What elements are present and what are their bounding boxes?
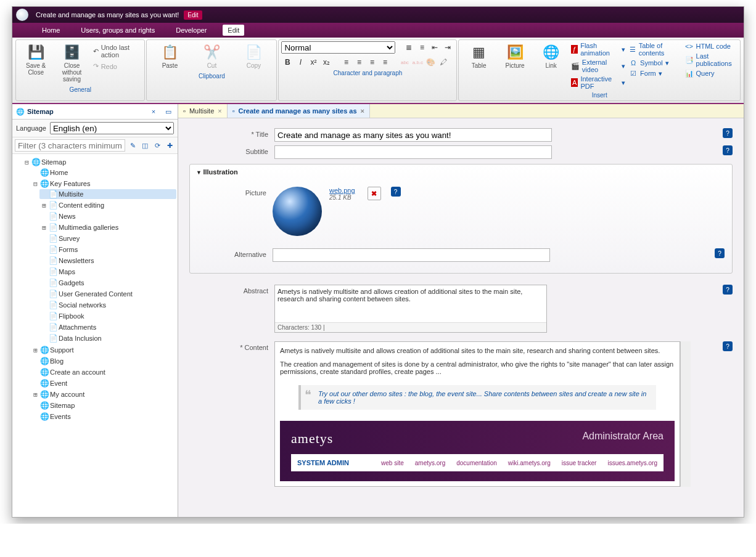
help-icon[interactable]: ? [723, 145, 733, 155]
help-icon[interactable]: ? [723, 285, 733, 295]
tree-node[interactable]: 🌐Events [31, 412, 176, 421]
syslink[interactable]: ametys.org [415, 460, 445, 466]
close-without-saving-button[interactable]: 🗄️ Close without saving [54, 41, 89, 85]
indent-icon[interactable]: ⇥ [442, 41, 454, 54]
content-paragraph[interactable]: The creation and management of sites is … [280, 360, 675, 375]
align-center-icon[interactable]: ≡ [353, 56, 365, 68]
subscript-icon[interactable]: x₂ [320, 56, 332, 68]
highlight-icon[interactable]: 🖍 [437, 56, 450, 68]
expand-icon[interactable]: ⊞ [32, 346, 39, 354]
align-left-icon[interactable]: ≡ [340, 56, 352, 68]
tree-node[interactable]: 📄Newsletters [39, 256, 176, 266]
align-justify-icon[interactable]: ≡ [379, 56, 391, 68]
tree-node[interactable]: 📄News [39, 211, 176, 221]
bold-icon[interactable]: B [281, 56, 294, 68]
undo-button[interactable]: ↶Undo last action [91, 43, 142, 60]
abc-icon[interactable]: abc [398, 56, 411, 68]
italic-icon[interactable]: I [294, 56, 306, 68]
sitemap-tree[interactable]: ⊟🌐Sitemap🌐Home⊟🌐Key Features📄Multisite⊞📄… [12, 154, 178, 517]
syslink[interactable]: issue tracker [562, 460, 597, 466]
abstract-text[interactable]: Ametys is natively multisite and allows … [275, 285, 546, 322]
filter-clear-icon[interactable]: ✎ [128, 140, 138, 151]
content-scrollbar[interactable] [680, 341, 691, 487]
expand-icon[interactable]: ⊞ [32, 391, 39, 399]
tree-node[interactable]: 📄Flipbook [39, 311, 176, 321]
save-close-button[interactable]: 💾 Save & Close [18, 41, 53, 78]
tree-node[interactable]: ⊞📄Multimedia galleries [39, 222, 176, 232]
help-icon[interactable]: ? [391, 187, 401, 197]
syslink[interactable]: web site [381, 460, 404, 466]
abc2-icon[interactable]: a.b.c [411, 56, 424, 68]
insert-video[interactable]: 🎬External video ▾ [570, 58, 627, 74]
tree-node[interactable]: ⊟🌐Key Features [31, 179, 176, 189]
insert-picture-button[interactable]: 🖼️Picture [498, 41, 532, 71]
filter-input[interactable] [15, 139, 125, 152]
superscript-icon[interactable]: x² [307, 56, 319, 68]
close-icon[interactable]: × [361, 107, 364, 115]
delete-picture-button[interactable]: ✖ [368, 187, 381, 200]
cut-button[interactable]: ✂️ Cut [191, 41, 232, 71]
expand-icon[interactable]: ⊟ [32, 180, 39, 188]
color-icon[interactable]: 🎨 [424, 56, 437, 68]
picture-file-link[interactable]: web.png [329, 187, 355, 194]
tree-node[interactable]: 📄Maps [39, 267, 176, 277]
tree-node[interactable]: 📄Attachments [39, 322, 176, 332]
insert-symbol[interactable]: ΩSymbol ▾ [628, 58, 682, 68]
puzzle-icon[interactable]: ✚ [165, 140, 175, 151]
close-icon[interactable]: × [218, 107, 221, 115]
tree-node[interactable]: 📄Data Inclusion [39, 333, 176, 343]
expand-icon[interactable]: ⊞ [41, 201, 47, 209]
tree-node[interactable]: 📄Survey [39, 234, 176, 243]
expand-icon[interactable]: ⊞ [41, 224, 47, 232]
insert-html[interactable]: <>HTML code [684, 41, 738, 51]
panel-close-icon[interactable]: × [148, 106, 159, 117]
help-icon[interactable]: ? [723, 128, 733, 138]
syslink[interactable]: wiki.ametys.org [508, 460, 551, 466]
tree-node[interactable]: 🌐Create an account [31, 367, 176, 377]
syslink[interactable]: documentation [456, 460, 497, 466]
insert-query[interactable]: 📊Query [684, 68, 738, 78]
help-icon[interactable]: ? [715, 248, 725, 258]
paste-button[interactable]: 📋 Paste [149, 41, 190, 71]
syslink[interactable]: issues.ametys.org [607, 460, 657, 466]
tree-root[interactable]: ⊟🌐Sitemap [22, 157, 176, 167]
tree-node[interactable]: 📄Forms [39, 245, 176, 254]
tree-node[interactable]: 🌐Event [31, 378, 176, 388]
illustration-header[interactable]: Illustration [190, 165, 732, 179]
bullets-icon[interactable]: ≣ [403, 41, 415, 54]
tree-node[interactable]: 🌐Blog [31, 356, 176, 366]
subtitle-input[interactable] [274, 145, 552, 159]
refresh-icon[interactable]: ⟳ [153, 140, 163, 151]
tab-current-content[interactable]: ▫Create and manage as many sites as× [228, 104, 370, 118]
tree-node[interactable]: 📄Multisite [39, 189, 176, 199]
tab-multisite[interactable]: ▫Multisite× [178, 104, 228, 118]
help-icon[interactable]: ? [723, 341, 733, 351]
menu-home[interactable]: Home [37, 25, 65, 36]
tree-node[interactable]: 📄User Generated Content [39, 289, 176, 299]
insert-link-button[interactable]: 🌐Link [533, 41, 568, 71]
insert-toc[interactable]: ☰Table of contents [628, 41, 682, 57]
tree-node[interactable]: ⊞🌐My account [31, 389, 176, 399]
language-select[interactable]: English (en) [50, 122, 174, 134]
tree-node[interactable]: 📄Gadgets [39, 278, 176, 288]
content-paragraph[interactable]: Ametys is natively multisite and allows … [280, 347, 675, 354]
copy-button[interactable]: 📄 Copy [233, 41, 274, 71]
numbering-icon[interactable]: ≡ [416, 41, 428, 54]
style-select[interactable]: Normal [281, 41, 395, 54]
content-quote[interactable]: Try out our other demo sites : the blog,… [298, 385, 656, 410]
redo-button[interactable]: ↷Redo [91, 61, 142, 71]
tree-node[interactable]: 🌐Home [31, 168, 176, 177]
collapse-all-icon[interactable]: ◫ [140, 140, 150, 151]
align-right-icon[interactable]: ≡ [366, 56, 378, 68]
insert-form[interactable]: ☑Form ▾ [628, 68, 682, 78]
insert-last-pub[interactable]: 📑Last publications [684, 52, 738, 68]
tree-node[interactable]: 📄Social networks [39, 300, 176, 310]
tree-node[interactable]: ⊞📄Content editing [39, 200, 176, 210]
alternative-input[interactable] [273, 248, 550, 262]
abstract-editor[interactable]: Ametys is natively multisite and allows … [274, 285, 547, 333]
insert-pdf[interactable]: AInteractive PDF ▾ [570, 75, 627, 91]
insert-flash[interactable]: ƒFlash animation ▾ [570, 41, 627, 57]
menu-edit[interactable]: Edit [223, 25, 244, 36]
title-input[interactable] [274, 128, 552, 142]
panel-collapse-icon[interactable]: ▭ [163, 106, 174, 117]
